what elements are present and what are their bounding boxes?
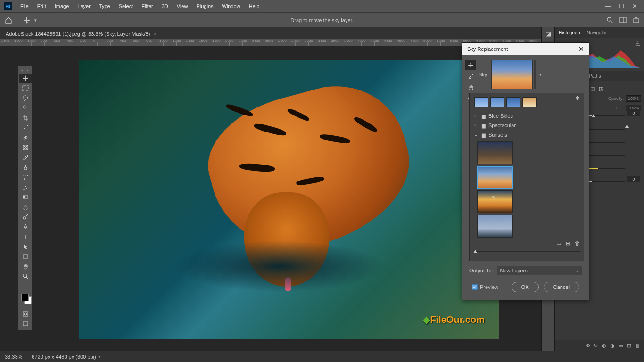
chevron-right-icon: › — [474, 123, 479, 128]
share-icon[interactable] — [632, 16, 640, 25]
preview-checkbox[interactable]: ✓ Preview — [472, 284, 498, 290]
maximize-button[interactable]: ☐ — [618, 2, 625, 10]
type-tool[interactable]: T — [19, 232, 32, 241]
heal-tool[interactable] — [19, 133, 32, 142]
sky-thumbnail[interactable] — [477, 215, 513, 238]
crop-tool[interactable] — [19, 113, 32, 123]
dodge-tool[interactable] — [19, 212, 32, 222]
sky-folder-sunsets[interactable]: ⌄ ▆ Sunsets — [473, 130, 580, 140]
import-icon[interactable]: ▭ — [556, 240, 561, 247]
menu-3d[interactable]: 3D — [157, 0, 173, 12]
clone-tool[interactable] — [19, 163, 32, 172]
fx-icon[interactable]: fx — [594, 343, 598, 348]
zoom-tool[interactable] — [19, 272, 32, 281]
toolbox-header[interactable]: «× — [19, 67, 31, 73]
ok-button[interactable]: OK — [512, 282, 539, 292]
marquee-tool[interactable] — [19, 83, 32, 93]
gear-icon[interactable]: ✻. — [575, 95, 581, 101]
menu-filter[interactable]: Filter — [137, 0, 157, 12]
shape-tool[interactable] — [19, 252, 32, 261]
slider-value[interactable]: 0 — [627, 110, 640, 116]
adj-icon[interactable]: ◳ — [599, 86, 603, 92]
frame-tool[interactable] — [19, 143, 32, 152]
opacity-value[interactable]: 100% — [626, 95, 641, 102]
tab-navigator[interactable]: Navigator — [587, 30, 607, 35]
dialog-brush-tool[interactable] — [465, 71, 476, 82]
home-icon[interactable] — [4, 16, 13, 25]
adj-icon[interactable]: ◫ — [590, 86, 595, 92]
dialog-move-tool[interactable] — [465, 60, 476, 70]
adjust-layer-icon[interactable]: ◑ — [610, 343, 615, 349]
canvas[interactable]: ◆FileOur.com — [79, 60, 499, 339]
strip-icon-1[interactable]: ◪ — [542, 27, 554, 40]
dialog-titlebar[interactable]: Sky Replacement ✕ — [462, 43, 589, 55]
zoom-level[interactable]: 33.33% — [5, 354, 22, 360]
output-to-select[interactable]: New Layers ⌄ — [497, 266, 582, 275]
dialog-hand-tool[interactable] — [465, 82, 476, 93]
menu-layer[interactable]: Layer — [73, 0, 95, 12]
cancel-button[interactable]: Cancel — [544, 282, 579, 292]
path-select-tool[interactable] — [19, 242, 32, 251]
sky-preset-thumb[interactable] — [522, 97, 537, 107]
document-tab[interactable]: AdobeStock 184425591 (1).jpeg @ 33.3% (S… — [1, 29, 161, 39]
menu-plugins[interactable]: Plugins — [192, 0, 217, 12]
lasso-tool[interactable] — [19, 93, 32, 103]
tab-paths[interactable]: Paths — [589, 74, 601, 79]
chevron-right-icon[interactable]: › — [99, 354, 100, 359]
pen-tool[interactable] — [19, 222, 32, 231]
sky-preview[interactable] — [491, 60, 533, 89]
quick-mask-tool[interactable] — [19, 309, 32, 319]
foreground-color-swatch[interactable] — [21, 294, 29, 301]
menu-window[interactable]: Window — [218, 0, 245, 12]
thumbnail-size-slider[interactable] — [473, 251, 580, 257]
menu-edit[interactable]: Edit — [33, 0, 50, 12]
menu-image[interactable]: Image — [50, 0, 74, 12]
quick-select-tool[interactable] — [19, 103, 32, 113]
sky-thumbnail[interactable]: ↖ — [477, 190, 513, 213]
dialog-close-icon[interactable]: ✕ — [578, 45, 584, 53]
eraser-tool[interactable] — [19, 182, 32, 192]
minimize-button[interactable]: — — [604, 2, 612, 10]
sky-thumbnail[interactable] — [477, 141, 513, 164]
brush-tool[interactable] — [19, 153, 32, 162]
search-icon[interactable] — [605, 16, 614, 25]
blur-tool[interactable] — [19, 202, 32, 212]
sky-preset-thumb[interactable] — [506, 97, 520, 107]
menu-select[interactable]: Select — [115, 0, 138, 12]
sky-preview-scroll[interactable] — [534, 60, 536, 89]
screen-mode-tool[interactable] — [19, 319, 32, 329]
chevron-down-icon[interactable]: ▾ — [539, 72, 542, 77]
sky-preset-thumb[interactable] — [490, 97, 504, 107]
new-layer-icon[interactable]: ⊞ — [627, 343, 631, 349]
move-tool[interactable] — [19, 74, 32, 83]
move-tool-icon[interactable] — [22, 16, 32, 25]
eyedropper-tool[interactable] — [19, 123, 32, 132]
group-icon[interactable]: ▭ — [619, 343, 623, 349]
menubar: Ps File Edit Image Layer Type Select Fil… — [0, 0, 644, 12]
svg-point-16 — [23, 216, 26, 219]
menu-view[interactable]: View — [173, 0, 192, 12]
new-preset-icon[interactable]: ⊞ — [566, 240, 570, 247]
sky-thumbnail-selected[interactable] — [477, 166, 513, 189]
delete-preset-icon[interactable]: 🗑 — [575, 240, 580, 247]
hand-tool[interactable] — [19, 262, 32, 271]
tab-histogram[interactable]: Histogram — [559, 30, 580, 35]
document-dimensions[interactable]: 6720 px x 4480 px (300 ppi) — [32, 354, 96, 360]
menu-type[interactable]: Type — [95, 0, 115, 12]
sky-folder-spectacular[interactable]: › ▆ Spectacular — [473, 121, 580, 130]
workspace-icon[interactable] — [619, 16, 627, 25]
close-button[interactable]: ✕ — [631, 2, 638, 10]
gradient-tool[interactable] — [19, 192, 32, 202]
menu-help[interactable]: Help — [245, 0, 264, 12]
close-tab-icon[interactable]: × — [154, 32, 157, 37]
edit-toolbar[interactable]: ⋯ — [19, 281, 32, 291]
sky-preset-thumb[interactable] — [474, 97, 488, 107]
history-brush-tool[interactable] — [19, 173, 32, 182]
slider-value[interactable]: 0 — [627, 176, 640, 182]
link-icon[interactable]: ⟲ — [586, 343, 590, 349]
mask-icon[interactable]: ◐ — [602, 343, 606, 349]
trash-icon[interactable]: 🗑 — [635, 343, 640, 348]
menu-file[interactable]: File — [16, 0, 33, 12]
sky-folder-blue-skies[interactable]: › ▆ Blue Skies — [473, 111, 580, 121]
color-swatches[interactable] — [19, 293, 31, 309]
